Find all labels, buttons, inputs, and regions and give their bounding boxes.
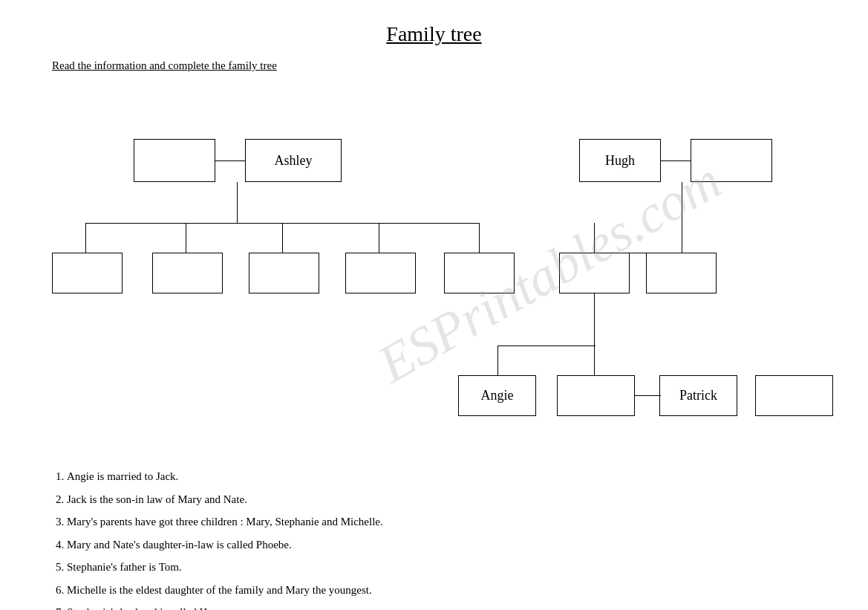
- box-blank1[interactable]: [134, 139, 215, 182]
- clue-item: Stephanie's husband is called Henry.: [67, 602, 831, 610]
- box-right-child2[interactable]: [646, 253, 717, 293]
- box-angie-spouse[interactable]: [557, 375, 635, 416]
- box-child2[interactable]: [152, 253, 223, 293]
- page-title: Family tree: [37, 22, 831, 46]
- clue-item: Angie is married to Jack.: [67, 466, 831, 487]
- clue-item: Jack is the son-in law of Mary and Nate.: [67, 489, 831, 510]
- box-patrick-spouse[interactable]: [755, 375, 833, 416]
- box-angie[interactable]: Angie: [458, 375, 536, 416]
- family-tree: Ashley Hugh: [37, 94, 831, 451]
- box-right-child1[interactable]: [559, 253, 630, 293]
- box-patrick[interactable]: Patrick: [659, 375, 737, 416]
- clue-item: Mary and Nate's daughter-in-law is calle…: [67, 534, 831, 556]
- page-subtitle: Read the information and complete the fa…: [52, 59, 831, 72]
- box-hugh[interactable]: Hugh: [579, 139, 661, 182]
- box-child5[interactable]: [444, 253, 515, 293]
- clues-section: Angie is married to Jack. Jack is the so…: [37, 466, 831, 610]
- clue-item: Stephanie's father is Tom.: [67, 557, 831, 578]
- clue-item: Michelle is the eldest daughter of the f…: [67, 580, 831, 601]
- box-child3[interactable]: [249, 253, 319, 293]
- clues-list: Angie is married to Jack. Jack is the so…: [37, 466, 831, 610]
- box-hugh-spouse[interactable]: [691, 139, 772, 182]
- page-container: Family tree Read the information and com…: [0, 0, 868, 610]
- clue-item: Mary's parents have got three children :…: [67, 511, 831, 533]
- box-ashley[interactable]: Ashley: [245, 139, 342, 182]
- box-child4[interactable]: [345, 253, 416, 293]
- box-child1[interactable]: [52, 253, 123, 293]
